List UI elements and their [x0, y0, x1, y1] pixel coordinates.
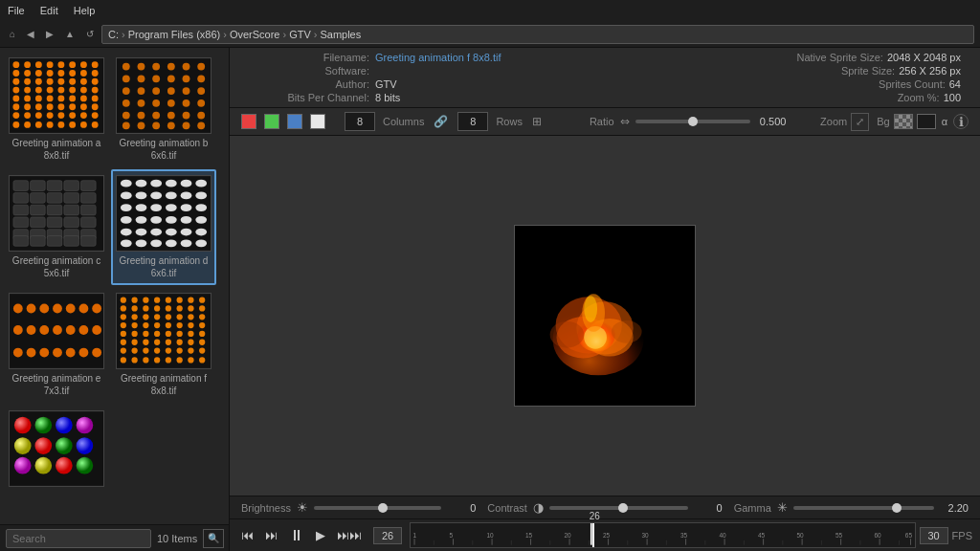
- svg-point-188: [53, 348, 62, 358]
- rows-grid-btn[interactable]: ⊞: [530, 114, 544, 129]
- menu-file[interactable]: File: [8, 5, 25, 16]
- btn-first-frame[interactable]: ⏮: [237, 526, 257, 544]
- file-item-a[interactable]: Greeting animation a8x8.tif: [4, 52, 109, 167]
- btn-play-pause[interactable]: ⏸: [285, 525, 308, 546]
- btn-last-frame[interactable]: ⏭⏭: [333, 526, 366, 544]
- file-item-b[interactable]: Greeting animation b6x6.tif: [111, 52, 216, 167]
- svg-point-201: [121, 305, 126, 311]
- file-item-f[interactable]: Greeting animation f 8x8.tif: [111, 287, 216, 403]
- zoom-label: Zoom: [820, 116, 847, 127]
- svg-rect-118: [13, 217, 29, 228]
- path-gtv[interactable]: GTV: [289, 29, 311, 40]
- svg-point-4: [47, 61, 54, 68]
- svg-point-10: [24, 70, 31, 77]
- svg-text:30: 30: [641, 532, 649, 539]
- color-swatch-blue[interactable]: [287, 114, 302, 129]
- svg-point-236: [154, 340, 160, 345]
- path-overscore[interactable]: OverScore: [230, 29, 280, 40]
- bg-solid-btn[interactable]: [917, 114, 936, 129]
- file-name-c: Greeting animation c 5x6.tif: [10, 254, 103, 279]
- svg-point-5: [57, 61, 64, 68]
- file-name-b: Greeting animation b6x6.tif: [120, 137, 209, 162]
- svg-point-262: [14, 437, 32, 454]
- svg-point-163: [195, 229, 207, 236]
- svg-point-31: [80, 87, 87, 94]
- timeline[interactable]: 1 5 10 15 20 25 30 35 40 45 50: [410, 522, 916, 548]
- nav-refresh[interactable]: ↺: [82, 27, 98, 41]
- ratio-icon[interactable]: ⇔: [618, 114, 632, 129]
- file-item-e[interactable]: Greeting animation e7x3.tif: [4, 287, 109, 403]
- svg-point-55: [80, 112, 87, 119]
- file-item-g[interactable]: [4, 405, 109, 496]
- menu-help[interactable]: Help: [74, 5, 96, 16]
- color-swatch-green[interactable]: [264, 114, 279, 129]
- bg-info-btn[interactable]: ℹ: [953, 114, 969, 129]
- contrast-thumb[interactable]: [618, 503, 628, 513]
- search-input[interactable]: [6, 529, 151, 548]
- fps-label: FPS: [952, 530, 972, 541]
- rows-input[interactable]: [457, 112, 488, 131]
- columns-input[interactable]: [345, 112, 375, 131]
- gamma-thumb[interactable]: [892, 503, 902, 513]
- nav-up[interactable]: ▲: [61, 27, 78, 41]
- file-item-c[interactable]: Greeting animation c 5x6.tif: [4, 169, 109, 285]
- menu-edit[interactable]: Edit: [40, 5, 58, 16]
- brightness-track[interactable]: [314, 506, 441, 510]
- svg-point-40: [92, 96, 99, 102]
- svg-point-255: [188, 357, 193, 363]
- svg-point-208: [199, 305, 205, 311]
- address-path[interactable]: C: › Program Files (x86) › OverScore › G…: [101, 25, 974, 44]
- zoom-fit-btn[interactable]: ⤢: [851, 113, 869, 131]
- path-program-files[interactable]: Program Files (x86): [128, 29, 221, 40]
- btn-prev-frame[interactable]: ⏭: [261, 526, 281, 544]
- color-swatch-white[interactable]: [310, 114, 325, 129]
- columns-link-btn[interactable]: 🔗: [432, 114, 450, 129]
- bg-alpha-btn[interactable]: α: [940, 115, 949, 128]
- contrast-track[interactable]: [549, 506, 688, 510]
- svg-point-17: [12, 78, 19, 85]
- svg-point-224: [199, 322, 205, 328]
- svg-point-268: [56, 457, 73, 474]
- svg-rect-0: [10, 59, 103, 132]
- svg-text:45: 45: [758, 532, 766, 539]
- svg-point-252: [154, 357, 160, 363]
- svg-point-15: [80, 70, 87, 77]
- nav-forward[interactable]: ▶: [42, 27, 57, 41]
- svg-point-231: [188, 331, 193, 337]
- sprites-count-row: Sprites Count: 64: [796, 78, 961, 90]
- ratio-slider[interactable]: [635, 120, 750, 123]
- software-row: Software:: [241, 65, 501, 77]
- svg-point-33: [12, 96, 19, 102]
- fps-input[interactable]: 30: [920, 527, 948, 544]
- brightness-thumb[interactable]: [378, 503, 388, 513]
- software-label: Software:: [241, 65, 375, 77]
- canvas-area: [230, 136, 980, 496]
- playback-row: ⏮ ⏭ ⏸ ▶ ⏭⏭ 26 26: [230, 518, 980, 551]
- bottom-controls: Brightness ☀ 0 Contrast ◑ 0: [230, 496, 980, 551]
- nav-back[interactable]: ◀: [23, 27, 38, 41]
- path-samples[interactable]: Samples: [320, 29, 361, 40]
- btn-next-frame[interactable]: ▶: [312, 526, 329, 544]
- svg-rect-106: [64, 181, 79, 191]
- svg-point-187: [39, 348, 49, 358]
- color-swatch-red[interactable]: [241, 114, 256, 129]
- svg-point-138: [181, 180, 192, 187]
- svg-point-251: [143, 357, 148, 363]
- search-button[interactable]: 🔍: [203, 529, 224, 548]
- file-thumb-g: [9, 410, 104, 487]
- file-item-d[interactable]: Greeting animation d6x6.tif: [111, 169, 216, 285]
- frame-number[interactable]: 26: [373, 527, 402, 544]
- svg-point-149: [166, 204, 177, 211]
- nav-home[interactable]: ⌂: [6, 27, 19, 41]
- filename-label: Filename:: [241, 52, 375, 63]
- author-label: Author:: [241, 78, 375, 90]
- path-drive[interactable]: C:: [108, 29, 119, 40]
- bg-checker-btn[interactable]: [894, 114, 913, 129]
- file-panel: Greeting animation a8x8.tif: [0, 48, 230, 551]
- gamma-track[interactable]: [793, 506, 934, 510]
- svg-point-246: [177, 347, 183, 353]
- sprite-size-label: Sprite Size:: [841, 65, 895, 77]
- zoom-section: Zoom ⤢: [820, 113, 869, 131]
- svg-rect-114: [31, 205, 46, 215]
- svg-point-179: [27, 325, 36, 335]
